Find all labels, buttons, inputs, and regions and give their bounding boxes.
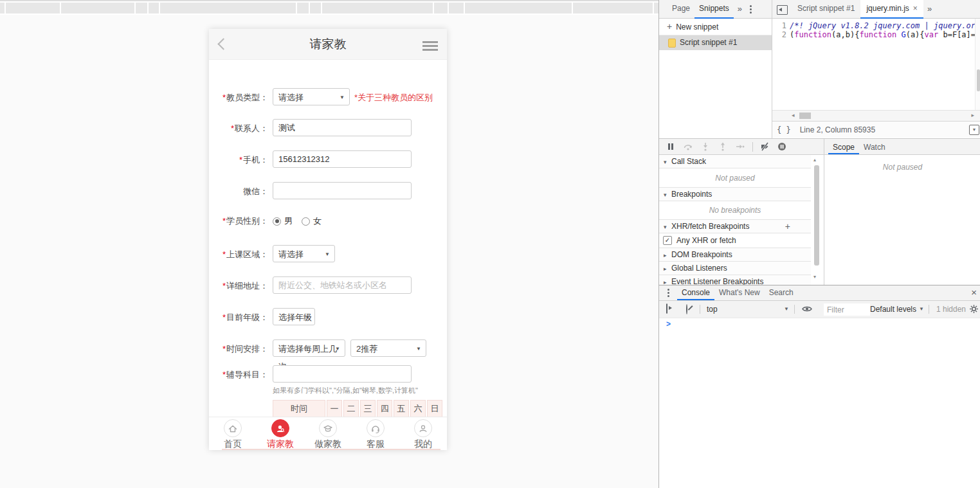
teacher-type-info-link[interactable]: *关于三种教员的区别 [354, 88, 433, 107]
close-tab-icon[interactable]: × [913, 4, 918, 13]
field-input-2[interactable] [273, 150, 412, 168]
snippet-item[interactable]: Script snippet #1 [659, 35, 772, 50]
close-drawer-icon[interactable]: × [971, 285, 977, 300]
section-header-call-stack[interactable]: ▾Call Stack [659, 155, 811, 168]
field-select-8[interactable]: 请选择每周上几次▼ [273, 339, 345, 357]
scrollbar-thumb[interactable] [814, 165, 819, 266]
xhr-any-row[interactable]: ✓Any XHR or fetch [659, 233, 811, 248]
editor-vertical-scrollbar[interactable] [975, 19, 980, 110]
field-label: 微信： [209, 182, 268, 201]
console-sidebar-icon[interactable] [666, 304, 667, 313]
scrollbar-thumb[interactable] [799, 113, 811, 119]
required-asterisk: * [222, 312, 226, 322]
navigator-tab-page[interactable]: Page [667, 0, 694, 19]
page-strip-segment [160, 3, 296, 14]
debugger-region: ▾Call StackNot paused▾BreakpointsNo brea… [659, 138, 980, 285]
field-select-5[interactable]: 请选择▼ [273, 245, 335, 262]
console-tab-console[interactable]: Console [677, 285, 714, 300]
chevron-down-icon[interactable]: ▼ [784, 301, 789, 318]
page-strip-segment [322, 3, 433, 14]
tabbar-label: 请家教 [257, 438, 304, 450]
code-text: /*! jQuery v1.8.2 jquery.com | jquery.or… [790, 21, 976, 30]
radio-option[interactable]: 男 [273, 215, 293, 227]
deactivate-breakpoints-icon[interactable] [758, 141, 771, 152]
add-breakpoint-icon[interactable]: + [785, 220, 790, 233]
live-expression-eye-icon[interactable] [802, 305, 812, 315]
log-levels-selector[interactable]: Default levels [870, 301, 916, 318]
field-select2-8[interactable]: 2推荐▼ [350, 339, 426, 357]
devtools: PageSnippets» Script snippet #1jquery.mi… [658, 0, 980, 488]
console-prompt-chevron[interactable]: > [666, 320, 671, 329]
field-input-1[interactable] [273, 119, 412, 136]
editor-tab-Script snippet #1[interactable]: Script snippet #1 [792, 0, 860, 19]
section-header-event-listener-breakpoints[interactable]: ▸Event Listener Breakpoints [659, 275, 811, 285]
field-select-7[interactable]: 选择年级▼ [273, 308, 315, 325]
field-label: *教员类型： [209, 88, 268, 107]
chevron-down-icon: ▼ [335, 340, 340, 357]
editor-horizontal-scrollbar[interactable]: ◂ ▸ [772, 110, 980, 121]
console-menu-kebab-icon[interactable] [663, 285, 673, 300]
more-tabs-icon[interactable]: » [734, 0, 746, 19]
radio-icon[interactable] [273, 217, 281, 226]
pause-on-exceptions-icon[interactable] [776, 141, 788, 152]
pretty-print-icon[interactable]: { } [777, 125, 791, 134]
field-select-0[interactable]: 请选择▼ [273, 88, 350, 105]
scroll-down-icon[interactable]: ▾ [813, 274, 816, 280]
tabbar-item-首页[interactable]: 首页 [209, 417, 257, 449]
tabbar-item-请家教[interactable]: 请家教 [257, 417, 304, 449]
editor-tab-jquery.min.js[interactable]: jquery.min.js× [860, 0, 923, 19]
scrollbar-thumb[interactable] [977, 69, 980, 91]
console-settings-gear-icon[interactable] [969, 304, 979, 316]
chevron-down-icon[interactable]: ▼ [919, 301, 924, 318]
toolbar-separator [794, 305, 795, 314]
toolbar-separator [929, 305, 929, 314]
radio-option[interactable]: 女 [302, 215, 322, 227]
step-over-icon[interactable] [682, 141, 694, 152]
step-into-icon[interactable] [699, 141, 712, 152]
tabbar-item-客服[interactable]: 客服 [352, 417, 399, 449]
filter-input[interactable] [824, 303, 870, 316]
scope-tabs: ScopeWatch [824, 139, 980, 155]
clear-console-icon[interactable] [686, 305, 687, 314]
section-header-breakpoints[interactable]: ▾Breakpoints [659, 188, 811, 201]
console-tab-what-s-new[interactable]: What's New [714, 285, 765, 300]
console-tab-search[interactable]: Search [765, 285, 798, 300]
checkbox-icon[interactable]: ✓ [663, 236, 672, 245]
scroll-left-icon[interactable]: ◂ [792, 112, 795, 118]
code-token: (a){ [906, 30, 925, 39]
tabbar-label: 首页 [209, 438, 257, 450]
tabbar-label: 做家教 [304, 438, 352, 450]
scroll-right-icon[interactable]: ▸ [971, 112, 974, 118]
step-out-icon[interactable] [716, 141, 729, 152]
hide-navigator-icon[interactable] [777, 5, 788, 15]
scope-tab-scope[interactable]: Scope [828, 139, 859, 154]
required-asterisk: * [222, 93, 226, 102]
triangle-right-icon: ▸ [664, 276, 671, 285]
field-input-6[interactable] [273, 276, 412, 294]
scope-tab-watch[interactable]: Watch [859, 139, 890, 154]
scroll-up-icon[interactable]: ▴ [813, 157, 816, 163]
navigator-tab-snippets[interactable]: Snippets [694, 0, 734, 19]
form-row: *时间安排：请选择每周上几次▼2推荐▼ [209, 339, 447, 358]
tabbar-item-做家教[interactable]: 做家教 [304, 417, 352, 449]
field-input-9[interactable] [273, 365, 412, 383]
field-input-3[interactable] [273, 182, 412, 199]
tabbar-item-我的[interactable]: 我的 [399, 417, 447, 449]
console-drawer: ConsoleWhat's NewSearch× top ▼ Default l… [659, 285, 980, 488]
context-selector[interactable]: top [707, 301, 718, 318]
new-snippet-button[interactable]: +New snippet [659, 19, 772, 35]
menu-icon[interactable] [422, 41, 438, 53]
more-tabs-icon[interactable]: » [923, 0, 936, 19]
field-label: *目前年级： [209, 308, 268, 327]
code-editor[interactable]: 1/*! jQuery v1.8.2 jquery.com | jquery.o… [772, 19, 980, 113]
page-strip-segment [310, 3, 321, 14]
section-header-global-listeners[interactable]: ▸Global Listeners [659, 262, 811, 275]
pause-icon[interactable] [664, 141, 677, 152]
radio-icon[interactable] [302, 217, 310, 226]
step-icon[interactable] [734, 141, 747, 152]
menu-kebab-icon[interactable] [746, 0, 756, 19]
section-title: Call Stack [671, 157, 706, 166]
coverage-icon[interactable]: ▼ [969, 125, 979, 135]
section-header-dom-breakpoints[interactable]: ▸DOM Breakpoints [659, 248, 811, 262]
section-header-xhr-fetch-breakpoints[interactable]: ▾XHR/fetch Breakpoints+ [659, 220, 811, 233]
